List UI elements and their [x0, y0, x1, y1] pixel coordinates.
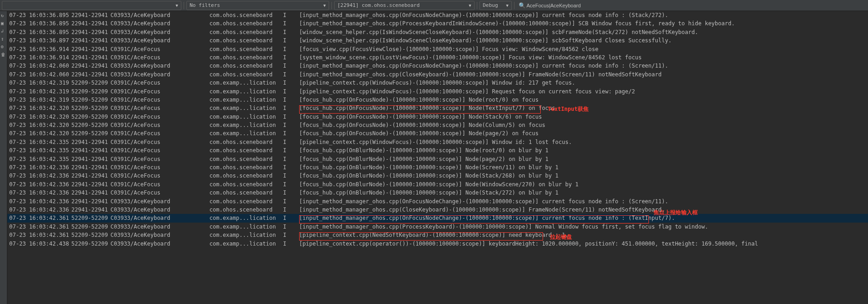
log-toolbar: ▼ No filters ▼ [22941] com.ohos.sceneboa…: [0, 0, 868, 11]
divider: [331, 2, 332, 9]
filters-dropdown[interactable]: No filters ▼: [186, 1, 329, 10]
package-label: [22941] com.ohos.sceneboard: [337, 2, 420, 8]
level-label: Debug: [483, 2, 498, 8]
search-icon: 🔍: [519, 2, 526, 9]
divider: [184, 2, 184, 9]
device-dropdown[interactable]: ▼: [2, 1, 181, 10]
package-dropdown[interactable]: [22941] com.ohos.sceneboard ▼: [334, 1, 475, 10]
level-dropdown[interactable]: Debug ▼: [480, 1, 512, 10]
chevron-down-icon: ▼: [324, 3, 326, 8]
log-search[interactable]: 🔍: [517, 2, 665, 9]
chevron-down-icon: ▼: [469, 3, 471, 8]
search-input[interactable]: [527, 3, 665, 8]
filters-label: No filters: [190, 2, 220, 8]
chevron-down-icon: ▼: [506, 3, 509, 8]
divider: [514, 2, 515, 9]
divider: [477, 2, 477, 9]
chevron-down-icon: ▼: [176, 3, 178, 8]
